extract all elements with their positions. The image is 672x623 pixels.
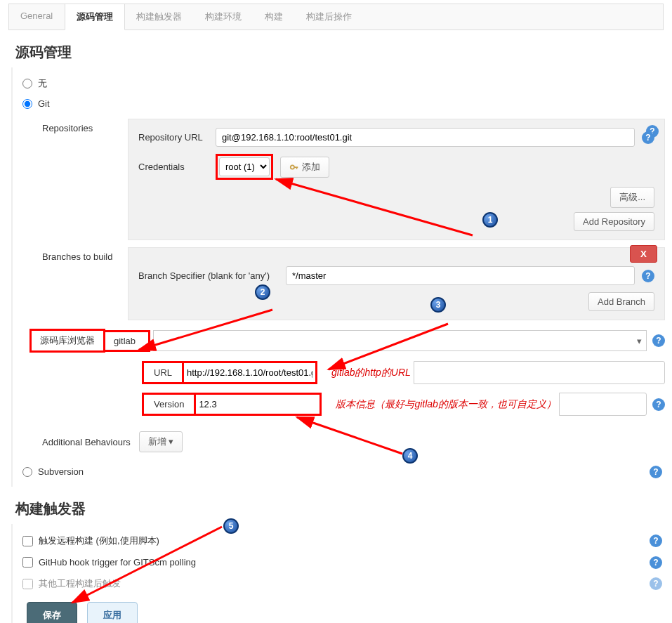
help-icon[interactable]: ? bbox=[652, 398, 665, 411]
radio-svn-label: Subversion bbox=[38, 466, 84, 477]
callout-2: 2 bbox=[255, 284, 270, 300]
add-repository-button[interactable]: Add Repository bbox=[574, 212, 654, 231]
scm-option-none[interactable]: 无 bbox=[22, 73, 665, 94]
trigger-remote-row[interactable]: 触发远程构建 (例如,使用脚本) ? bbox=[22, 530, 665, 552]
trigger-other-label: 其他工程构建后触发 bbox=[39, 577, 121, 590]
help-icon[interactable]: ? bbox=[642, 270, 654, 282]
browser-url-row: URL gitlab的http的URL bbox=[142, 361, 665, 384]
trigger-other-row[interactable]: 其他工程构建后触发 ? bbox=[22, 572, 665, 595]
repositories-body: ? Repository URL ? Credentials root (1) bbox=[128, 119, 665, 240]
callout-5: 5 bbox=[223, 518, 239, 534]
radio-svn[interactable] bbox=[22, 467, 32, 477]
tab-build-env[interactable]: 构建环境 bbox=[194, 4, 253, 29]
help-icon[interactable]: ? bbox=[650, 556, 662, 569]
add-cred-label: 添加 bbox=[302, 161, 320, 173]
add-branch-button[interactable]: Add Branch bbox=[588, 292, 654, 311]
browser-version-row: Version 版本信息（最好与gitlab的版本一致，也可自定义） ? bbox=[142, 393, 665, 416]
radio-git[interactable] bbox=[22, 99, 32, 109]
callout-4: 4 bbox=[402, 448, 418, 464]
tab-post-build[interactable]: 构建后操作 bbox=[295, 4, 364, 29]
branches-label: Branches to build bbox=[29, 247, 128, 262]
trigger-github-checkbox[interactable] bbox=[22, 557, 33, 568]
browser-url-input[interactable] bbox=[187, 367, 312, 378]
trigger-github-label: GitHub hook trigger for GITScm polling bbox=[39, 557, 196, 568]
callout-3: 3 bbox=[430, 297, 446, 313]
advanced-button[interactable]: 高级... bbox=[610, 187, 654, 208]
trigger-remote-label: 触发远程构建 (例如,使用脚本) bbox=[39, 535, 159, 547]
credentials-label: Credentials bbox=[138, 162, 209, 172]
scm-block: 无 Git Repositories ? Repository URL ? Cr… bbox=[11, 67, 672, 487]
browser-version-label: Version bbox=[142, 393, 196, 416]
credentials-select[interactable]: root (1) bbox=[219, 157, 270, 176]
branch-specifier-input[interactable] bbox=[286, 266, 635, 285]
version-annotation: 版本信息（最好与gitlab的版本一致，也可自定义） bbox=[336, 393, 555, 416]
scm-section-title: 源码管理 bbox=[0, 30, 672, 67]
triggers-section-title: 构建触发器 bbox=[0, 487, 672, 524]
help-icon[interactable]: ? bbox=[642, 131, 654, 144]
trigger-other-checkbox[interactable] bbox=[22, 579, 33, 589]
tab-triggers[interactable]: 构建触发器 bbox=[125, 4, 194, 29]
apply-button[interactable]: 应用 bbox=[87, 602, 138, 623]
repositories-row: Repositories ? Repository URL ? Credenti… bbox=[29, 119, 665, 240]
tab-general[interactable]: General bbox=[9, 4, 65, 29]
help-icon[interactable]: ? bbox=[650, 577, 662, 590]
save-button[interactable]: 保存 bbox=[27, 602, 77, 623]
tab-scm[interactable]: 源码管理 bbox=[65, 4, 125, 30]
trigger-remote-checkbox[interactable] bbox=[22, 536, 33, 546]
branches-body: X Branch Specifier (blank for 'any') ? A… bbox=[128, 247, 665, 320]
add-credentials-button[interactable]: 添加 bbox=[280, 157, 329, 178]
key-icon bbox=[289, 162, 299, 172]
trigger-github-row[interactable]: GitHub hook trigger for GITScm polling ? bbox=[22, 552, 665, 572]
radio-git-label: Git bbox=[38, 98, 50, 109]
repositories-label: Repositories bbox=[29, 119, 128, 133]
scm-option-svn[interactable]: Subversion ? bbox=[22, 462, 665, 481]
add-behaviour-button[interactable]: 新增 ▾ bbox=[139, 431, 183, 452]
repo-url-input[interactable] bbox=[216, 128, 635, 147]
additional-behaviours-row: Additional Behaviours 新增 ▾ bbox=[29, 424, 665, 459]
browser-version-input[interactable] bbox=[199, 399, 317, 409]
help-icon[interactable]: ? bbox=[652, 334, 665, 347]
browser-url-label: URL bbox=[142, 361, 184, 384]
radio-none[interactable] bbox=[22, 79, 32, 88]
help-icon[interactable]: ? bbox=[650, 535, 662, 547]
url-annotation: gitlab的http的URL bbox=[331, 361, 411, 384]
repo-browser-dropdown[interactable]: ▾ bbox=[153, 330, 647, 351]
repo-url-label: Repository URL bbox=[138, 132, 209, 143]
delete-branch-button[interactable]: X bbox=[630, 245, 657, 263]
scm-option-git[interactable]: Git bbox=[22, 94, 665, 113]
repo-browser-label: 源码库浏览器 bbox=[29, 329, 105, 353]
branch-specifier-label: Branch Specifier (blank for 'any') bbox=[138, 270, 279, 281]
callout-1: 1 bbox=[482, 212, 498, 228]
help-icon[interactable]: ? bbox=[650, 466, 662, 478]
svg-point-0 bbox=[291, 165, 294, 169]
repo-browser-row: 源码库浏览器 gitlab ▾ ? bbox=[29, 329, 665, 353]
repo-browser-value: gitlab bbox=[105, 330, 150, 352]
config-tabs: General 源码管理 构建触发器 构建环境 构建 构建后操作 bbox=[8, 4, 664, 30]
triggers-block: 5 触发远程构建 (例如,使用脚本) ? GitHub hook trigger… bbox=[11, 524, 672, 623]
tab-build[interactable]: 构建 bbox=[253, 4, 295, 29]
additional-behaviours-label: Additional Behaviours bbox=[42, 437, 131, 447]
radio-none-label: 无 bbox=[38, 77, 47, 90]
branches-row: Branches to build X Branch Specifier (bl… bbox=[29, 247, 665, 320]
